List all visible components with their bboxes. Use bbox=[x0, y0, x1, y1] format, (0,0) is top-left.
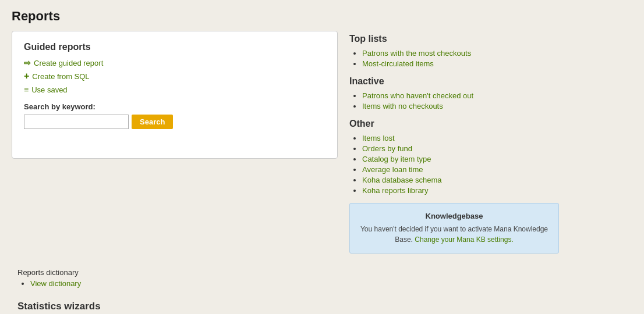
knowledgebase-text: You haven't decided if you want to activ… bbox=[359, 224, 549, 245]
list-item: Koha database schema bbox=[362, 176, 632, 184]
list-icon: ≡ bbox=[24, 85, 29, 94]
list-item: Patrons who haven't checked out bbox=[362, 91, 632, 100]
mana-kb-settings-link[interactable]: Change your Mana KB settings. bbox=[415, 236, 513, 244]
list-item: Orders by fund bbox=[362, 144, 632, 153]
search-label: Search by keyword: bbox=[24, 102, 325, 111]
inactive-list: Patrons who haven't checked out Items wi… bbox=[349, 91, 632, 110]
list-item: Items with no checkouts bbox=[362, 102, 632, 110]
catalog-item-type-link[interactable]: Catalog by item type bbox=[362, 155, 431, 163]
search-row: Search bbox=[24, 115, 325, 129]
statistics-wizards-title: Statistics wizards bbox=[17, 301, 627, 312]
list-item: Items lost bbox=[362, 134, 632, 142]
search-input[interactable] bbox=[24, 115, 129, 129]
koha-db-schema-link[interactable]: Koha database schema bbox=[362, 176, 442, 184]
create-from-sql-link[interactable]: + Create from SQL bbox=[24, 71, 325, 81]
dict-list: View dictionary bbox=[17, 279, 627, 288]
use-saved-link[interactable]: ≡ Use saved bbox=[24, 85, 325, 94]
wizard-icon: ⇨ bbox=[24, 58, 31, 67]
list-item: Most-circulated items bbox=[362, 59, 632, 68]
most-circulated-items-link[interactable]: Most-circulated items bbox=[362, 59, 434, 68]
main-layout: Guided reports ⇨ Create guided report + … bbox=[12, 31, 632, 256]
patrons-most-checkouts-link[interactable]: Patrons with the most checkouts bbox=[362, 49, 471, 58]
top-lists: Patrons with the most checkouts Most-cir… bbox=[349, 49, 632, 68]
view-dictionary-link[interactable]: View dictionary bbox=[30, 279, 81, 288]
patrons-not-checked-out-link[interactable]: Patrons who haven't checked out bbox=[362, 91, 473, 100]
other-list: Items lost Orders by fund Catalog by ite… bbox=[349, 134, 632, 195]
create-guided-report-link[interactable]: ⇨ Create guided report bbox=[24, 58, 325, 67]
list-item: Patrons with the most checkouts bbox=[362, 49, 632, 58]
below-left-content: Reports dictionary View dictionary Stati… bbox=[12, 268, 632, 314]
items-no-checkouts-link[interactable]: Items with no checkouts bbox=[362, 102, 443, 110]
koha-reports-library-link[interactable]: Koha reports library bbox=[362, 186, 428, 195]
statistics-wizards-section: Statistics wizards Acquisitions Patrons … bbox=[15, 301, 629, 314]
top-lists-title: Top lists bbox=[349, 34, 632, 44]
inactive-title: Inactive bbox=[349, 76, 632, 87]
list-item: View dictionary bbox=[30, 279, 627, 288]
knowledgebase-box: Knowledgebase You haven't decided if you… bbox=[349, 203, 559, 254]
knowledgebase-title: Knowledgebase bbox=[359, 212, 549, 220]
create-guided-report-label: Create guided report bbox=[34, 59, 103, 67]
orders-by-fund-link[interactable]: Orders by fund bbox=[362, 144, 412, 153]
page-title: Reports bbox=[12, 9, 632, 24]
create-from-sql-label: Create from SQL bbox=[32, 72, 89, 81]
right-panel: Top lists Patrons with the most checkout… bbox=[349, 31, 632, 256]
other-title: Other bbox=[349, 119, 632, 129]
list-item: Koha reports library bbox=[362, 186, 632, 195]
guided-reports-title: Guided reports bbox=[24, 42, 325, 52]
list-item: Catalog by item type bbox=[362, 155, 632, 163]
search-section: Search by keyword: Search bbox=[24, 102, 325, 129]
average-loan-time-link[interactable]: Average loan time bbox=[362, 165, 423, 174]
left-panel: Guided reports ⇨ Create guided report + … bbox=[12, 31, 338, 159]
search-button[interactable]: Search bbox=[132, 115, 173, 129]
use-saved-label: Use saved bbox=[31, 85, 67, 94]
reports-dictionary-section: Reports dictionary View dictionary bbox=[15, 268, 629, 288]
reports-dictionary-label: Reports dictionary bbox=[17, 268, 627, 277]
list-item: Average loan time bbox=[362, 165, 632, 174]
items-lost-link[interactable]: Items lost bbox=[362, 134, 395, 142]
plus-icon: + bbox=[24, 71, 29, 81]
